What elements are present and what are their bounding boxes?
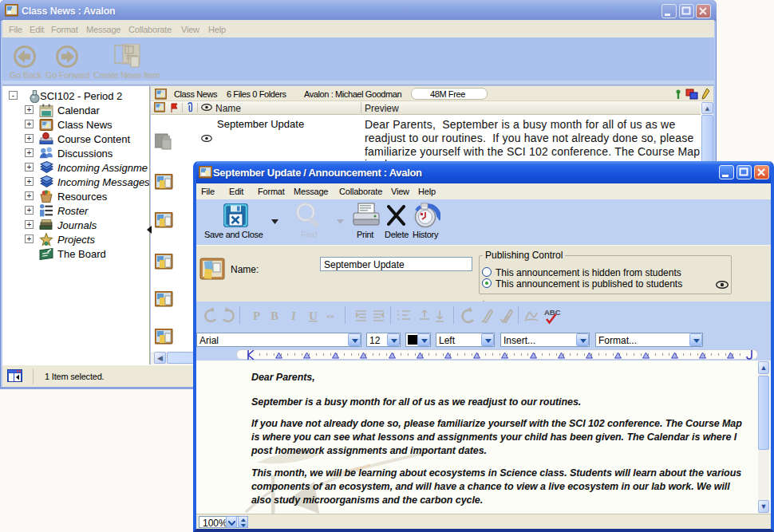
svg-text:«»: «» <box>326 311 334 320</box>
svg-text:U: U <box>309 309 318 322</box>
svg-text:ABC: ABC <box>544 308 561 317</box>
svg-text:B: B <box>271 309 278 322</box>
svg-text:P: P <box>253 309 260 322</box>
svg-text:I: I <box>290 309 297 322</box>
